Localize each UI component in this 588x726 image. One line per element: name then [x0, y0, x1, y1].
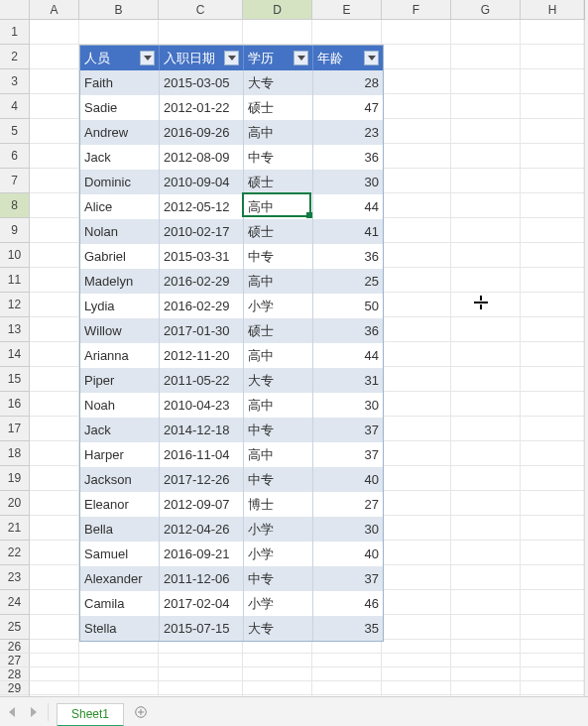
table-cell[interactable]: 40 — [313, 542, 383, 566]
cell[interactable] — [30, 541, 79, 565]
table-cell[interactable]: 2010-04-23 — [160, 393, 244, 418]
table-cell[interactable]: 小学 — [244, 294, 313, 318]
table-cell[interactable]: 中专 — [244, 566, 313, 591]
cell[interactable] — [30, 193, 79, 218]
row-head-12[interactable]: 12 — [0, 293, 30, 317]
cell[interactable] — [30, 640, 79, 654]
table-row[interactable]: Piper2011-05-22大专31 — [80, 368, 383, 393]
table-cell[interactable]: Sadie — [80, 95, 160, 120]
cell[interactable] — [451, 667, 521, 681]
table-cell[interactable]: 博士 — [244, 492, 313, 517]
table-cell[interactable]: Andrew — [80, 120, 160, 145]
cell[interactable] — [521, 293, 585, 317]
cell[interactable] — [312, 640, 382, 654]
cell[interactable] — [159, 654, 243, 667]
header-hire-date[interactable]: 入职日期 — [160, 46, 244, 70]
cell[interactable] — [451, 218, 521, 243]
table-cell[interactable]: 36 — [313, 145, 383, 170]
cell[interactable] — [382, 466, 451, 491]
table-cell[interactable]: 2017-01-30 — [160, 318, 244, 343]
table-cell[interactable]: Jackson — [80, 467, 160, 492]
cell[interactable] — [30, 268, 79, 293]
table-cell[interactable]: 37 — [313, 418, 383, 442]
cell[interactable] — [382, 69, 451, 94]
row-head-20[interactable]: 20 — [0, 491, 30, 516]
table-cell[interactable]: 高中 — [244, 194, 313, 219]
cell[interactable] — [382, 193, 451, 218]
cell[interactable] — [382, 565, 451, 590]
cell[interactable] — [382, 317, 451, 342]
vertical-scrollbar[interactable] — [583, 0, 588, 696]
table-cell[interactable]: 大专 — [244, 616, 313, 641]
cell[interactable] — [521, 640, 585, 654]
cell[interactable] — [382, 94, 451, 119]
table-row[interactable]: Eleanor2012-09-07博士27 — [80, 492, 383, 517]
cell[interactable] — [451, 491, 521, 516]
row-head-1[interactable]: 1 — [0, 20, 30, 45]
table-cell[interactable]: 中专 — [244, 244, 313, 269]
table-row[interactable]: Sadie2012-01-22硕士47 — [80, 95, 383, 120]
table-cell[interactable]: 高中 — [244, 393, 313, 418]
cell[interactable] — [521, 417, 585, 441]
cell[interactable] — [79, 681, 159, 695]
spreadsheet-area[interactable]: A B C D E F G H 123456789101112131415161… — [0, 0, 588, 696]
cell[interactable] — [451, 565, 521, 590]
row-head-29[interactable]: 29 — [0, 681, 30, 695]
cell[interactable] — [30, 20, 79, 45]
cell[interactable] — [30, 516, 79, 541]
cell[interactable] — [30, 243, 79, 268]
row-head-16[interactable]: 16 — [0, 392, 30, 417]
cell[interactable] — [451, 45, 521, 69]
table-cell[interactable]: 2016-02-29 — [160, 294, 244, 318]
table-row[interactable]: Madelyn2016-02-29高中25 — [80, 269, 383, 294]
table-cell[interactable]: 2017-02-04 — [160, 591, 244, 616]
table-cell[interactable]: 2012-01-22 — [160, 95, 244, 120]
table-cell[interactable]: 37 — [313, 566, 383, 591]
row-head-5[interactable]: 5 — [0, 119, 30, 144]
table-cell[interactable]: 2016-09-21 — [160, 542, 244, 566]
table-cell[interactable]: 2014-12-18 — [160, 418, 244, 442]
table-cell[interactable]: 2012-11-20 — [160, 343, 244, 368]
cell[interactable] — [312, 654, 382, 667]
cell[interactable] — [521, 565, 585, 590]
cell[interactable] — [243, 667, 312, 681]
cell[interactable] — [451, 367, 521, 392]
table-cell[interactable]: 30 — [313, 170, 383, 194]
cell[interactable] — [30, 491, 79, 516]
table-row[interactable]: Harper2016-11-04高中37 — [80, 442, 383, 467]
table-cell[interactable]: 硕士 — [244, 318, 313, 343]
cell[interactable] — [30, 293, 79, 317]
cell[interactable] — [521, 94, 585, 119]
cell[interactable] — [30, 119, 79, 144]
table-cell[interactable]: 2012-09-07 — [160, 492, 244, 517]
cell[interactable] — [382, 218, 451, 243]
table-cell[interactable]: Willow — [80, 318, 160, 343]
cell[interactable] — [451, 654, 521, 667]
table-row[interactable]: Lydia2016-02-29小学50 — [80, 294, 383, 318]
cell[interactable] — [451, 243, 521, 268]
table-cell[interactable]: Nolan — [80, 219, 160, 244]
row-head-9[interactable]: 9 — [0, 218, 30, 243]
table-cell[interactable]: 中专 — [244, 418, 313, 442]
row-head-2[interactable]: 2 — [0, 45, 30, 69]
cell[interactable] — [521, 119, 585, 144]
cell[interactable] — [382, 367, 451, 392]
table-cell[interactable]: 硕士 — [244, 170, 313, 194]
cell[interactable] — [521, 20, 585, 45]
cell[interactable] — [521, 45, 585, 69]
row-head-18[interactable]: 18 — [0, 441, 30, 466]
table-row[interactable]: Faith2015-03-05大专28 — [80, 70, 383, 95]
table-cell[interactable]: Dominic — [80, 170, 160, 194]
cell[interactable] — [382, 491, 451, 516]
table-cell[interactable]: 37 — [313, 442, 383, 467]
cell[interactable] — [521, 654, 585, 667]
table-cell[interactable]: 小学 — [244, 517, 313, 542]
table-row[interactable]: Alexander2011-12-06中专37 — [80, 566, 383, 591]
table-cell[interactable]: 30 — [313, 517, 383, 542]
cell[interactable] — [451, 615, 521, 640]
table-cell[interactable]: Lydia — [80, 294, 160, 318]
table-cell[interactable]: 41 — [313, 219, 383, 244]
col-head-C[interactable]: C — [159, 0, 243, 20]
header-education[interactable]: 学历 — [244, 46, 313, 70]
cell[interactable] — [451, 342, 521, 367]
